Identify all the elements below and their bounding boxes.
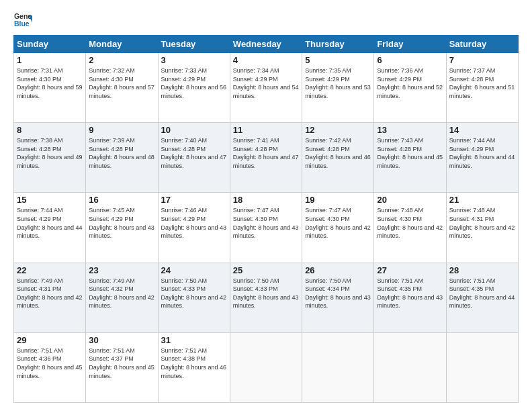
calendar-week-row: 29 Sunrise: 7:51 AMSunset: 4:36 PMDaylig…: [14, 332, 519, 402]
day-info: Sunrise: 7:41 AMSunset: 4:28 PMDaylight:…: [233, 136, 299, 170]
logo-icon: General Blue: [13, 11, 32, 30]
day-number: 7: [449, 55, 515, 65]
day-info: Sunrise: 7:46 AMSunset: 4:29 PMDaylight:…: [161, 206, 227, 240]
day-number: 22: [17, 265, 83, 275]
calendar-day-cell: 29 Sunrise: 7:51 AMSunset: 4:36 PMDaylig…: [14, 332, 86, 402]
day-number: 11: [233, 125, 299, 135]
calendar-day-cell: 16 Sunrise: 7:45 AMSunset: 4:29 PMDaylig…: [86, 193, 158, 263]
calendar-day-cell: 10 Sunrise: 7:40 AMSunset: 4:28 PMDaylig…: [158, 123, 230, 193]
day-number: 3: [161, 55, 227, 65]
day-number: 19: [305, 195, 371, 205]
day-number: 20: [377, 195, 443, 205]
day-info: Sunrise: 7:32 AMSunset: 4:30 PMDaylight:…: [89, 66, 154, 100]
day-info: Sunrise: 7:48 AMSunset: 4:30 PMDaylight:…: [377, 206, 443, 240]
day-info: Sunrise: 7:51 AMSunset: 4:37 PMDaylight:…: [89, 347, 154, 380]
calendar-day-cell: 13 Sunrise: 7:43 AMSunset: 4:28 PMDaylig…: [374, 123, 446, 193]
day-info: Sunrise: 7:49 AMSunset: 4:31 PMDaylight:…: [17, 277, 83, 310]
calendar-table: SundayMondayTuesdayWednesdayThursdayFrid…: [13, 35, 519, 403]
day-info: Sunrise: 7:50 AMSunset: 4:33 PMDaylight:…: [161, 277, 227, 310]
day-info: Sunrise: 7:34 AMSunset: 4:29 PMDaylight:…: [233, 66, 299, 100]
calendar-week-row: 1 Sunrise: 7:31 AMSunset: 4:30 PMDayligh…: [14, 53, 519, 123]
day-number: 23: [89, 265, 154, 275]
calendar-day-cell: 11 Sunrise: 7:41 AMSunset: 4:28 PMDaylig…: [230, 123, 302, 193]
day-info: Sunrise: 7:51 AMSunset: 4:35 PMDaylight:…: [377, 277, 443, 310]
weekday-header-thursday: Thursday: [302, 36, 374, 53]
day-number: 5: [305, 55, 371, 65]
calendar-day-cell: 14 Sunrise: 7:44 AMSunset: 4:29 PMDaylig…: [446, 123, 518, 193]
day-number: 18: [233, 195, 299, 205]
day-number: 30: [89, 335, 154, 345]
calendar-day-cell: 25 Sunrise: 7:50 AMSunset: 4:33 PMDaylig…: [230, 263, 302, 332]
day-number: 14: [449, 125, 515, 135]
day-number: 8: [17, 125, 83, 135]
day-number: 17: [161, 195, 227, 205]
day-info: Sunrise: 7:51 AMSunset: 4:36 PMDaylight:…: [17, 347, 83, 380]
calendar-week-row: 15 Sunrise: 7:44 AMSunset: 4:29 PMDaylig…: [14, 193, 519, 263]
calendar-day-cell: 20 Sunrise: 7:48 AMSunset: 4:30 PMDaylig…: [374, 193, 446, 263]
weekday-header-sunday: Sunday: [14, 36, 86, 53]
calendar-week-row: 22 Sunrise: 7:49 AMSunset: 4:31 PMDaylig…: [14, 263, 519, 332]
day-info: Sunrise: 7:37 AMSunset: 4:28 PMDaylight:…: [449, 66, 515, 100]
day-number: 2: [89, 55, 154, 65]
svg-text:Blue: Blue: [14, 19, 30, 28]
day-info: Sunrise: 7:39 AMSunset: 4:28 PMDaylight:…: [89, 136, 154, 170]
weekday-header-tuesday: Tuesday: [158, 36, 230, 53]
calendar-day-cell: 23 Sunrise: 7:49 AMSunset: 4:32 PMDaylig…: [86, 263, 158, 332]
calendar-empty-cell: [374, 332, 446, 402]
day-info: Sunrise: 7:40 AMSunset: 4:28 PMDaylight:…: [161, 136, 227, 170]
day-number: 12: [305, 125, 371, 135]
day-info: Sunrise: 7:51 AMSunset: 4:38 PMDaylight:…: [161, 347, 227, 380]
calendar-day-cell: 28 Sunrise: 7:51 AMSunset: 4:35 PMDaylig…: [446, 263, 518, 332]
day-info: Sunrise: 7:50 AMSunset: 4:34 PMDaylight:…: [305, 277, 371, 310]
calendar-empty-cell: [446, 332, 518, 402]
calendar-empty-cell: [302, 332, 374, 402]
weekday-header-row: SundayMondayTuesdayWednesdayThursdayFrid…: [14, 36, 519, 53]
calendar-day-cell: 2 Sunrise: 7:32 AMSunset: 4:30 PMDayligh…: [86, 53, 158, 123]
day-number: 29: [17, 335, 83, 345]
day-number: 24: [161, 265, 227, 275]
day-number: 13: [377, 125, 443, 135]
day-number: 9: [89, 125, 154, 135]
calendar-day-cell: 18 Sunrise: 7:47 AMSunset: 4:30 PMDaylig…: [230, 193, 302, 263]
day-number: 28: [449, 265, 515, 275]
day-info: Sunrise: 7:45 AMSunset: 4:29 PMDaylight:…: [89, 206, 154, 240]
calendar-day-cell: 30 Sunrise: 7:51 AMSunset: 4:37 PMDaylig…: [86, 332, 158, 402]
day-info: Sunrise: 7:35 AMSunset: 4:29 PMDaylight:…: [305, 66, 371, 100]
day-info: Sunrise: 7:44 AMSunset: 4:29 PMDaylight:…: [17, 206, 83, 240]
header: General Blue: [13, 11, 519, 30]
day-number: 27: [377, 265, 443, 275]
day-number: 6: [377, 55, 443, 65]
calendar-day-cell: 24 Sunrise: 7:50 AMSunset: 4:33 PMDaylig…: [158, 263, 230, 332]
day-number: 1: [17, 55, 83, 65]
weekday-header-friday: Friday: [374, 36, 446, 53]
day-info: Sunrise: 7:47 AMSunset: 4:30 PMDaylight:…: [305, 206, 371, 240]
day-number: 15: [17, 195, 83, 205]
calendar-day-cell: 22 Sunrise: 7:49 AMSunset: 4:31 PMDaylig…: [14, 263, 86, 332]
calendar-day-cell: 17 Sunrise: 7:46 AMSunset: 4:29 PMDaylig…: [158, 193, 230, 263]
day-number: 4: [233, 55, 299, 65]
weekday-header-saturday: Saturday: [446, 36, 518, 53]
calendar-day-cell: 12 Sunrise: 7:42 AMSunset: 4:28 PMDaylig…: [302, 123, 374, 193]
day-number: 25: [233, 265, 299, 275]
day-number: 21: [449, 195, 515, 205]
day-info: Sunrise: 7:33 AMSunset: 4:29 PMDaylight:…: [161, 66, 227, 100]
calendar-day-cell: 3 Sunrise: 7:33 AMSunset: 4:29 PMDayligh…: [158, 53, 230, 123]
day-info: Sunrise: 7:43 AMSunset: 4:28 PMDaylight:…: [377, 136, 443, 170]
day-number: 31: [161, 335, 227, 345]
calendar-day-cell: 15 Sunrise: 7:44 AMSunset: 4:29 PMDaylig…: [14, 193, 86, 263]
calendar-day-cell: 1 Sunrise: 7:31 AMSunset: 4:30 PMDayligh…: [14, 53, 86, 123]
calendar-day-cell: 8 Sunrise: 7:38 AMSunset: 4:28 PMDayligh…: [14, 123, 86, 193]
calendar-empty-cell: [230, 332, 302, 402]
day-info: Sunrise: 7:48 AMSunset: 4:31 PMDaylight:…: [449, 206, 515, 240]
day-info: Sunrise: 7:44 AMSunset: 4:29 PMDaylight:…: [449, 136, 515, 170]
day-info: Sunrise: 7:51 AMSunset: 4:35 PMDaylight:…: [449, 277, 515, 310]
day-info: Sunrise: 7:47 AMSunset: 4:30 PMDaylight:…: [233, 206, 299, 240]
calendar-day-cell: 27 Sunrise: 7:51 AMSunset: 4:35 PMDaylig…: [374, 263, 446, 332]
calendar-day-cell: 9 Sunrise: 7:39 AMSunset: 4:28 PMDayligh…: [86, 123, 158, 193]
weekday-header-monday: Monday: [86, 36, 158, 53]
day-number: 26: [305, 265, 371, 275]
calendar-day-cell: 19 Sunrise: 7:47 AMSunset: 4:30 PMDaylig…: [302, 193, 374, 263]
weekday-header-wednesday: Wednesday: [230, 36, 302, 53]
day-info: Sunrise: 7:50 AMSunset: 4:33 PMDaylight:…: [233, 277, 299, 310]
calendar-day-cell: 6 Sunrise: 7:36 AMSunset: 4:29 PMDayligh…: [374, 53, 446, 123]
